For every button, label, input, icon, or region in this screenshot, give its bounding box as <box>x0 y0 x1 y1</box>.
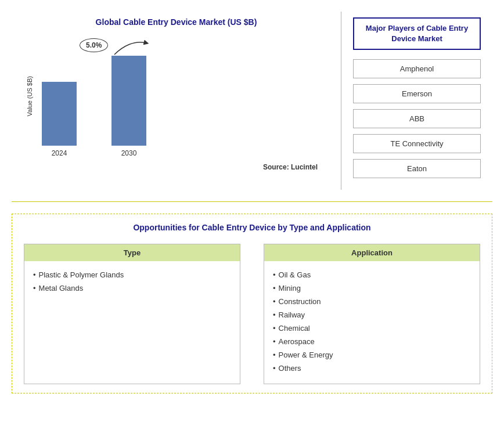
bar-2024-rect <box>42 82 77 146</box>
bullet-app-8: • <box>273 364 276 373</box>
bar-2030: 2030 <box>111 56 146 157</box>
annotation-label: 5.0% <box>80 38 108 52</box>
source-text: Source: Lucintel <box>23 163 329 171</box>
application-header: Application <box>264 244 480 261</box>
app-item-2: •Mining <box>273 281 471 295</box>
bullet-app-7: • <box>273 351 276 359</box>
player-abb: ABB <box>353 109 481 128</box>
bullet-app-5: • <box>273 324 276 333</box>
app-item-5: •Chemical <box>273 322 471 335</box>
players-title: Major Players of Cable Entry Device Mark… <box>353 17 481 50</box>
player-emerson: Emerson <box>353 84 481 103</box>
chart-title: Global Cable Entry Device Market (US $B) <box>23 17 329 27</box>
top-section: Global Cable Entry Device Market (US $B)… <box>12 12 492 202</box>
type-items: •Plastic & Polymer Glands •Metal Glands <box>24 268 240 295</box>
app-item-6: •Aerospace <box>273 335 471 348</box>
bullet-app-4: • <box>273 310 276 319</box>
bar-2024-label: 2024 <box>52 149 67 157</box>
type-column: Type •Plastic & Polymer Glands •Metal Gl… <box>24 244 240 384</box>
bar-2030-rect <box>111 56 146 146</box>
bullet-app-3: • <box>273 297 276 306</box>
bullet-app-1: • <box>273 270 276 279</box>
player-amphenol: Amphenol <box>353 59 481 78</box>
chart-area: Global Cable Entry Device Market (US $B)… <box>12 12 341 190</box>
bar-2030-label: 2030 <box>121 149 137 157</box>
application-column: Application •Oil & Gas •Mining •Construc… <box>264 244 480 384</box>
app-item-7: •Power & Energy <box>273 348 471 362</box>
app-item-3: •Construction <box>273 295 471 308</box>
annotation-oval: 5.0% <box>80 38 108 52</box>
app-item-8: •Others <box>273 362 471 375</box>
bottom-columns: Type •Plastic & Polymer Glands •Metal Gl… <box>24 244 480 384</box>
bullet-app-6: • <box>273 337 276 346</box>
bottom-title: Opportunities for Cable Entry Device by … <box>24 223 480 232</box>
type-item-2: •Metal Glands <box>33 281 231 295</box>
bullet-icon-1: • <box>33 270 36 279</box>
bar-2024: 2024 <box>42 82 77 157</box>
bullet-icon-2: • <box>33 284 36 292</box>
y-axis-label: Value (US $B) <box>26 76 33 117</box>
type-item-1: •Plastic & Polymer Glands <box>33 268 231 281</box>
players-area: Major Players of Cable Entry Device Mark… <box>341 12 492 190</box>
bullet-app-2: • <box>273 284 276 292</box>
bottom-section: Opportunities for Cable Entry Device by … <box>12 214 492 393</box>
app-item-1: •Oil & Gas <box>273 268 471 281</box>
type-header: Type <box>24 244 240 261</box>
annotation-arrow <box>111 37 152 60</box>
application-items: •Oil & Gas •Mining •Construction •Railwa… <box>264 268 480 375</box>
app-item-4: •Railway <box>273 308 471 322</box>
player-te-connectivity: TE Connectivity <box>353 134 481 153</box>
player-eaton: Eaton <box>353 159 481 178</box>
